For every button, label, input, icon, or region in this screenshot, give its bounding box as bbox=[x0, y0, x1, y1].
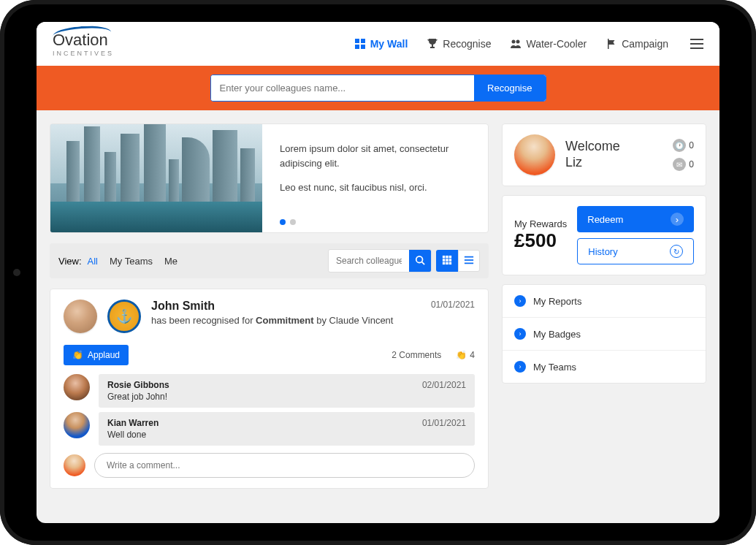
post-subtitle: has been recognised for Commitment by Cl… bbox=[151, 315, 421, 326]
search-colleagues bbox=[328, 249, 432, 272]
welcome-greeting: Welcome bbox=[565, 139, 620, 155]
side-column: Welcome Liz 🕐 0 ✉ 0 bbox=[502, 123, 706, 489]
filter-tabs: All My Teams Me bbox=[88, 256, 178, 267]
menu-button[interactable] bbox=[690, 39, 703, 49]
comment-date: 01/01/2021 bbox=[422, 418, 466, 428]
nav-label: Water-Cooler bbox=[526, 38, 587, 50]
clock-stat[interactable]: 🕐 0 bbox=[673, 139, 694, 152]
quick-links: › My Reports › My Badges › My Teams bbox=[502, 284, 706, 384]
welcome-text: Welcome Liz bbox=[565, 139, 620, 170]
comment-avatar bbox=[64, 374, 90, 400]
hero-line-2: Leo est nunc, sit faucibus nisl, orci. bbox=[280, 180, 470, 195]
comment-row: Kian Warren 01/01/2021 Well done bbox=[64, 412, 475, 446]
filter-tab-all[interactable]: All bbox=[88, 256, 98, 267]
clock-count: 0 bbox=[689, 140, 694, 150]
nav-campaign[interactable]: Campaign bbox=[606, 38, 668, 50]
flag-icon bbox=[606, 38, 617, 50]
link-label: My Reports bbox=[533, 296, 581, 307]
view-list-button[interactable] bbox=[458, 250, 480, 272]
svg-rect-15 bbox=[446, 262, 448, 264]
redeem-label: Redeem bbox=[587, 214, 623, 225]
link-my-reports[interactable]: › My Reports bbox=[503, 285, 706, 317]
write-comment-input[interactable] bbox=[94, 453, 475, 478]
view-grid-button[interactable] bbox=[436, 250, 458, 272]
chevron-right-icon: › bbox=[671, 213, 684, 226]
history-icon: ↻ bbox=[670, 245, 683, 258]
filter-right bbox=[328, 249, 480, 272]
rewards-amount: £500 bbox=[514, 229, 567, 252]
notification-stats: 🕐 0 ✉ 0 bbox=[673, 139, 694, 171]
brand-name: Ovation bbox=[53, 31, 114, 50]
link-my-teams[interactable]: › My Teams bbox=[503, 350, 706, 383]
comment-date: 02/01/2021 bbox=[422, 380, 466, 390]
filter-bar: View: All My Teams Me bbox=[50, 243, 489, 278]
svg-point-6 bbox=[416, 256, 423, 262]
post-badge-icon: ⚓ bbox=[107, 300, 141, 333]
filter-tab-my-teams[interactable]: My Teams bbox=[110, 256, 153, 267]
comment-author: Kian Warren bbox=[107, 418, 159, 428]
hero-text: Lorem ipsum dolor sit amet, consectetur … bbox=[262, 124, 488, 232]
nav-my-wall[interactable]: My Wall bbox=[354, 38, 408, 50]
svg-rect-3 bbox=[361, 45, 365, 49]
post-header: ⚓ John Smith has been recognised for Com… bbox=[64, 300, 475, 333]
grid-view-icon bbox=[442, 255, 452, 267]
comments-list: Rosie Gibbons 02/01/2021 Great job John!… bbox=[64, 374, 475, 446]
link-my-badges[interactable]: › My Badges bbox=[503, 317, 706, 350]
applaud-icon: 👏 bbox=[72, 350, 83, 360]
filter-tab-me[interactable]: Me bbox=[164, 256, 177, 267]
comments-count[interactable]: 2 Comments bbox=[392, 350, 441, 360]
chevron-right-icon: › bbox=[514, 361, 526, 373]
people-icon bbox=[510, 38, 522, 50]
mail-stat[interactable]: ✉ 0 bbox=[673, 158, 694, 171]
recognise-bar: Recognise bbox=[37, 66, 719, 110]
grid-icon bbox=[354, 38, 366, 50]
recognise-input[interactable] bbox=[211, 75, 475, 101]
redeem-button[interactable]: Redeem › bbox=[577, 206, 694, 232]
comment-box: Rosie Gibbons 02/01/2021 Great job John! bbox=[99, 374, 475, 408]
content-area: Lorem ipsum dolor sit amet, consectetur … bbox=[37, 110, 719, 502]
camera-dot bbox=[13, 269, 20, 276]
welcome-name: Liz bbox=[565, 155, 620, 171]
chevron-right-icon: › bbox=[514, 328, 526, 340]
applaud-count: 4 bbox=[470, 350, 475, 360]
comment-box: Kian Warren 01/01/2021 Well done bbox=[99, 412, 475, 446]
applaud-button[interactable]: 👏 Applaud bbox=[64, 345, 129, 365]
post-value: Commitment bbox=[256, 315, 313, 326]
nav-water-cooler[interactable]: Water-Cooler bbox=[510, 38, 587, 50]
post-date: 01/01/2021 bbox=[431, 300, 475, 310]
link-label: My Teams bbox=[533, 362, 576, 373]
svg-rect-16 bbox=[449, 262, 452, 264]
welcome-card: Welcome Liz 🕐 0 ✉ 0 bbox=[502, 123, 706, 186]
history-button[interactable]: History ↻ bbox=[577, 238, 694, 264]
post-pre: has been recognised for bbox=[151, 315, 256, 326]
recognise-button[interactable]: Recognise bbox=[474, 75, 545, 101]
profile-avatar bbox=[514, 134, 555, 175]
svg-rect-1 bbox=[361, 39, 365, 43]
mail-count: 0 bbox=[689, 159, 694, 169]
nav-label: Campaign bbox=[622, 38, 668, 50]
hero-card: Lorem ipsum dolor sit amet, consectetur … bbox=[50, 123, 489, 233]
nav-recognise[interactable]: Recognise bbox=[427, 38, 491, 50]
search-button[interactable] bbox=[409, 250, 431, 272]
svg-rect-14 bbox=[443, 262, 446, 264]
main-nav: My Wall Recognise Water-Cooler Campaign bbox=[354, 38, 703, 50]
tablet-frame: Ovation INCENTIVES My Wall Recognise Wat… bbox=[0, 0, 756, 545]
search-colleagues-input[interactable] bbox=[329, 251, 409, 271]
brand-logo: Ovation INCENTIVES bbox=[53, 31, 114, 57]
svg-rect-11 bbox=[443, 259, 446, 262]
post-card: ⚓ John Smith has been recognised for Com… bbox=[50, 289, 489, 489]
carousel-dots bbox=[280, 219, 470, 225]
carousel-dot-1[interactable] bbox=[280, 219, 286, 225]
svg-rect-9 bbox=[446, 255, 448, 258]
main-column: Lorem ipsum dolor sit amet, consectetur … bbox=[50, 123, 489, 489]
mail-icon: ✉ bbox=[673, 158, 686, 171]
carousel-dot-2[interactable] bbox=[290, 219, 296, 225]
comment-avatar bbox=[64, 412, 90, 438]
hero-image bbox=[50, 124, 262, 232]
rewards-info: My Rewards £500 bbox=[514, 218, 567, 252]
post-author-avatar bbox=[64, 300, 97, 333]
hero-line-1: Lorem ipsum dolor sit amet, consectetur … bbox=[280, 142, 470, 170]
chevron-right-icon: › bbox=[514, 295, 526, 307]
svg-point-5 bbox=[516, 40, 520, 44]
post-author-name: John Smith bbox=[151, 300, 421, 313]
